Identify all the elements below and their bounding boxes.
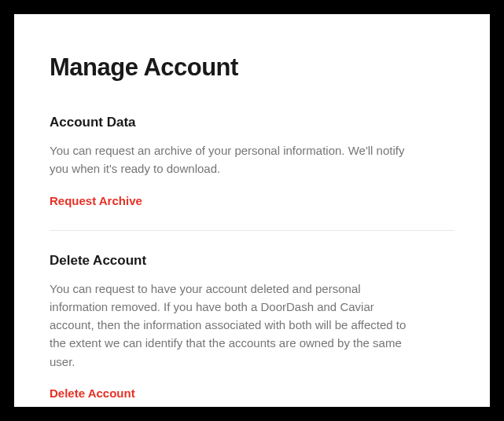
account-data-section: Account Data You can request an archive … xyxy=(50,115,454,231)
manage-account-card: Manage Account Account Data You can requ… xyxy=(14,14,490,407)
account-data-title: Account Data xyxy=(50,115,454,130)
delete-account-button[interactable]: Delete Account xyxy=(50,386,135,400)
account-data-description: You can request an archive of your perso… xyxy=(50,141,419,178)
request-archive-button[interactable]: Request Archive xyxy=(50,194,142,207)
page-title: Manage Account xyxy=(50,53,454,82)
delete-account-title: Delete Account xyxy=(50,253,454,269)
delete-account-section: Delete Account You can request to have y… xyxy=(50,253,454,401)
delete-account-description: You can request to have your account del… xyxy=(50,280,419,371)
